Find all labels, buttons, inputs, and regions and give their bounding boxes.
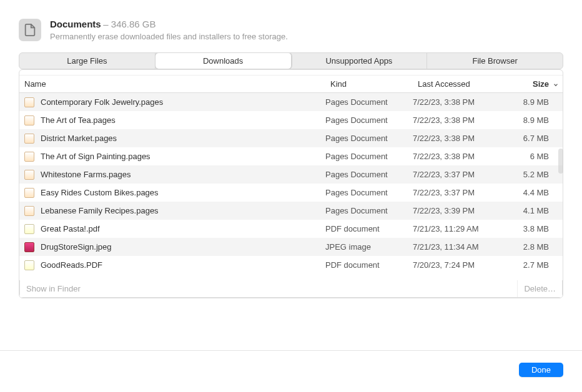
file-last-accessed: 7/20/23, 7:24 PM <box>413 260 506 270</box>
footer-divider <box>0 350 582 351</box>
chevron-down-icon <box>553 81 559 87</box>
file-size: 6 MB <box>506 152 563 161</box>
file-kind: Pages Document <box>325 206 413 215</box>
file-size: 8.9 MB <box>506 115 563 125</box>
file-size: 2.7 MB <box>506 260 563 270</box>
file-name: GoodReads.PDF <box>41 260 102 270</box>
done-button[interactable]: Done <box>519 363 563 377</box>
table-row[interactable]: DrugStoreSign.jpegJPEG image7/21/23, 11:… <box>19 238 563 256</box>
view-tabs: Large FilesDownloadsUnsupported AppsFile… <box>19 52 563 69</box>
file-last-accessed: 7/22/23, 3:37 PM <box>413 188 506 197</box>
file-last-accessed: 7/22/23, 3:38 PM <box>413 134 506 143</box>
documents-icon <box>19 19 41 41</box>
file-name: DrugStoreSign.jpeg <box>41 242 111 252</box>
file-size: 2.8 MB <box>506 242 563 252</box>
table-row[interactable]: Great Pasta!.pdfPDF document7/21/23, 11:… <box>19 220 563 238</box>
table-row[interactable]: The Art of Tea.pagesPages Document7/22/2… <box>19 111 563 129</box>
delete-button[interactable]: Delete… <box>517 280 562 297</box>
file-icon <box>24 188 34 198</box>
tab-downloads[interactable]: Downloads <box>155 53 292 69</box>
col-size[interactable]: Size <box>506 76 563 92</box>
table-row[interactable]: Whitestone Farms.pagesPages Document7/22… <box>19 165 563 184</box>
bottom-bar: Show in Finder Delete… <box>19 280 563 298</box>
file-size: 4.4 MB <box>506 188 563 197</box>
tab-unsupported-apps[interactable]: Unsupported Apps <box>292 53 428 69</box>
file-icon <box>24 170 34 180</box>
tab-file-browser[interactable]: File Browser <box>427 53 563 69</box>
file-size: 5.2 MB <box>506 170 563 179</box>
file-last-accessed: 7/22/23, 3:38 PM <box>413 97 506 107</box>
col-kind[interactable]: Kind <box>325 76 413 92</box>
file-icon <box>24 242 34 252</box>
header-size: – 346.86 GB <box>103 19 155 29</box>
file-name: Contemporary Folk Jewelry.pages <box>41 97 163 107</box>
col-last-accessed[interactable]: Last Accessed <box>413 76 506 92</box>
file-name: The Art of Tea.pages <box>41 115 116 125</box>
file-name: District Market.pages <box>41 134 117 143</box>
table-row[interactable]: The Art of Sign Painting.pagesPages Docu… <box>19 147 563 165</box>
file-last-accessed: 7/22/23, 3:38 PM <box>413 152 506 161</box>
header-subtitle: Permanently erase downloaded files and i… <box>50 32 288 41</box>
file-kind: PDF document <box>325 224 413 233</box>
table-row[interactable]: Easy Rides Custom Bikes.pagesPages Docum… <box>19 184 563 202</box>
table-row[interactable]: Contemporary Folk Jewelry.pagesPages Doc… <box>19 93 563 111</box>
file-size: 4.1 MB <box>506 206 563 215</box>
header: Documents – 346.86 GB Permanently erase … <box>19 19 563 41</box>
file-name: Lebanese Family Recipes.pages <box>41 206 159 215</box>
file-icon <box>24 260 34 270</box>
show-in-finder-button[interactable]: Show in Finder <box>20 280 87 297</box>
file-last-accessed: 7/22/23, 3:37 PM <box>413 170 506 179</box>
file-size: 6.7 MB <box>506 134 563 143</box>
file-icon <box>24 97 34 107</box>
file-kind: Pages Document <box>325 188 413 197</box>
file-icon <box>24 206 34 216</box>
table-body: Contemporary Folk Jewelry.pagesPages Doc… <box>19 93 563 274</box>
file-size: 3.8 MB <box>506 224 563 233</box>
file-kind: JPEG image <box>325 242 413 252</box>
file-last-accessed: 7/21/23, 11:29 AM <box>413 224 506 233</box>
file-last-accessed: 7/22/23, 3:38 PM <box>413 115 506 125</box>
file-kind: Pages Document <box>325 134 413 143</box>
file-icon <box>24 224 34 234</box>
file-icon <box>24 115 34 125</box>
table-row[interactable]: Lebanese Family Recipes.pagesPages Docum… <box>19 202 563 220</box>
file-name: Whitestone Farms.pages <box>41 170 131 179</box>
file-last-accessed: 7/21/23, 11:34 AM <box>413 242 506 252</box>
table-row[interactable]: GoodReads.PDFPDF document7/20/23, 7:24 P… <box>19 256 563 274</box>
file-kind: Pages Document <box>325 152 413 161</box>
file-kind: Pages Document <box>325 97 413 107</box>
file-kind: Pages Document <box>325 115 413 125</box>
tab-large-files[interactable]: Large Files <box>19 53 155 69</box>
file-name: Easy Rides Custom Bikes.pages <box>41 188 159 197</box>
col-name[interactable]: Name <box>19 76 325 92</box>
file-icon <box>24 134 34 144</box>
file-kind: PDF document <box>325 260 413 270</box>
file-size: 8.9 MB <box>506 97 563 107</box>
table-header: Name Kind Last Accessed Size <box>19 75 563 93</box>
table-row[interactable]: District Market.pagesPages Document7/22/… <box>19 129 563 147</box>
file-icon <box>24 152 34 162</box>
file-last-accessed: 7/22/23, 3:39 PM <box>413 206 506 215</box>
scrollbar[interactable] <box>558 149 563 174</box>
file-kind: Pages Document <box>325 170 413 179</box>
file-name: The Art of Sign Painting.pages <box>41 152 150 161</box>
col-size-label: Size <box>533 79 549 89</box>
header-title: Documents <box>50 19 101 29</box>
file-name: Great Pasta!.pdf <box>41 224 100 233</box>
